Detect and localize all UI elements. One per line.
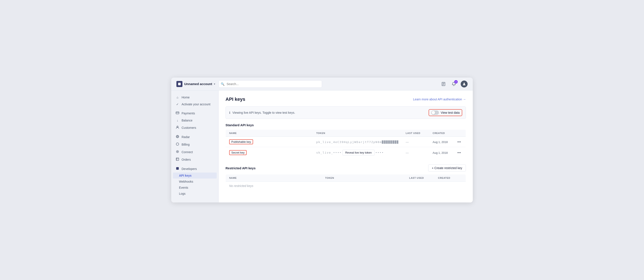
svg-rect-0: [178, 83, 181, 85]
sidebar-item-connect[interactable]: Connect: [171, 148, 218, 156]
search-bar: 🔍: [218, 80, 322, 88]
no-keys-row: No restricted keys: [226, 182, 466, 190]
check-icon: ✓: [176, 102, 180, 106]
sidebar-item-customers[interactable]: Customers: [171, 124, 218, 132]
col-header-actions: [458, 174, 466, 182]
nav-separator-3: [171, 163, 218, 165]
restricted-section-title: Restricted API keys: [226, 166, 256, 170]
info-banner: ℹ Viewing live API keys. Toggle to view …: [226, 106, 466, 119]
sidebar-item-balance[interactable]: ↓ Balance: [171, 117, 218, 124]
info-icon: ℹ: [229, 111, 230, 114]
col-header-token: TOKEN: [322, 174, 406, 182]
docs-button[interactable]: [440, 80, 447, 88]
col-header-name: NAME: [226, 130, 313, 137]
token-cell: pk_live_4eC39HqLyjWDarjtT7ZpN8m████████: [313, 137, 402, 147]
notification-badge: 4: [454, 80, 458, 84]
sidebar-item-orders[interactable]: Orders: [171, 156, 218, 163]
page-header: API keys Learn more about API authentica…: [226, 96, 466, 102]
restricted-section-header: Restricted API keys + Create restricted …: [226, 164, 466, 172]
sidebar-item-api-keys[interactable]: API keys: [173, 172, 217, 178]
sidebar-item-label: Connect: [182, 150, 193, 154]
info-banner-text-wrap: ℹ Viewing live API keys. Toggle to view …: [229, 111, 295, 114]
sidebar-developers[interactable]: Developers: [171, 165, 218, 172]
sidebar-item-activate[interactable]: ✓ Activate your account: [171, 101, 218, 108]
connect-icon: [176, 150, 180, 154]
developers-icon: [176, 167, 180, 171]
sidebar-item-label: Payments: [182, 112, 195, 115]
created-cell: Aug 1, 2018: [429, 137, 453, 147]
sidebar-sub-label: Webhooks: [179, 180, 193, 183]
reveal-key-button[interactable]: Reveal live key token: [342, 150, 374, 156]
sidebar-item-label: Radar: [182, 135, 190, 139]
billing-icon: [176, 142, 180, 146]
sidebar-developers-label: Developers: [182, 167, 197, 170]
sidebar-sub-label: API keys: [179, 174, 192, 177]
key-name-cell: Secret key: [226, 147, 313, 158]
sidebar-item-logs[interactable]: Logs: [171, 190, 218, 197]
notifications-button[interactable]: 4: [450, 80, 457, 88]
col-header-created: CREATED: [429, 130, 453, 137]
search-icon: 🔍: [221, 82, 224, 86]
token-blur-suffix: ••••: [376, 151, 384, 154]
svg-point-13: [177, 151, 178, 152]
avatar-button[interactable]: [461, 80, 468, 88]
svg-point-8: [177, 126, 178, 127]
sidebar-item-label: Billing: [182, 143, 190, 146]
key-name-cell: Publishable key: [226, 137, 313, 147]
customers-icon: [176, 126, 180, 130]
orders-icon: [176, 158, 180, 162]
payments-icon: [176, 111, 180, 115]
sidebar-item-radar[interactable]: Radar: [171, 133, 218, 141]
view-test-data-toggle-wrap[interactable]: View test data: [428, 109, 462, 116]
no-keys-text: No restricted keys: [226, 182, 466, 190]
token-cell: sk_live_•••• Reveal live key token ••••: [313, 147, 402, 158]
sidebar-item-billing[interactable]: Billing: [171, 141, 218, 148]
sidebar-item-webhooks[interactable]: Webhooks: [171, 178, 218, 184]
more-options-button[interactable]: •••: [456, 150, 462, 155]
sidebar-item-events[interactable]: Events: [171, 184, 218, 190]
sidebar-item-label: Orders: [182, 158, 191, 161]
sidebar-item-home[interactable]: ⌂ Home: [171, 94, 218, 101]
info-banner-text: Viewing live API keys. Toggle to view te…: [232, 111, 295, 114]
publishable-key-label: Publishable key: [229, 139, 253, 144]
search-input[interactable]: [218, 80, 322, 88]
create-restricted-key-button[interactable]: + Create restricted key: [428, 164, 466, 172]
col-header-actions: [452, 130, 466, 137]
col-header-last-used: LAST USED: [402, 130, 429, 137]
sidebar-sub-label: Logs: [179, 192, 186, 195]
balance-icon: ↓: [176, 119, 180, 122]
table-row: Publishable key pk_live_4eC39HqLyjWDarjt…: [226, 137, 466, 147]
token-blur: pk_live_4eC39HqLyjWDarjtT7ZpN8m████████: [316, 140, 399, 144]
secret-key-label: Secret key: [229, 150, 246, 155]
sidebar-item-payments[interactable]: Payments: [171, 110, 218, 117]
nav-separator-2: [171, 132, 218, 133]
svg-point-5: [464, 83, 465, 84]
nav-separator: [171, 108, 218, 110]
content-area: API keys Learn more about API authentica…: [218, 90, 473, 202]
sidebar-item-label: Customers: [182, 126, 196, 130]
col-header-last-used: LAST USED: [406, 174, 435, 182]
svg-rect-14: [176, 158, 179, 160]
main-layout: ⌂ Home ✓ Activate your account Payments …: [171, 90, 473, 202]
toggle-knob: [432, 111, 435, 114]
token-blur-prefix: sk_live_••••: [316, 151, 342, 154]
learn-more-link[interactable]: Learn more about API authentication →: [413, 98, 466, 101]
view-test-data-toggle[interactable]: [431, 110, 439, 115]
restricted-api-keys-table: NAME TOKEN LAST USED CREATED No restrict…: [226, 174, 466, 190]
svg-rect-6: [176, 112, 179, 114]
chevron-down-icon: ▾: [214, 82, 215, 86]
col-header-token: TOKEN: [313, 130, 402, 137]
svg-point-9: [176, 135, 179, 138]
table-row: Secret key sk_live_•••• Reveal live key …: [226, 147, 466, 158]
sidebar-sub-label: Events: [179, 186, 188, 189]
svg-rect-17: [176, 167, 179, 170]
col-header-created: CREATED: [435, 174, 459, 182]
account-selector[interactable]: Unnamed account ▾: [176, 81, 215, 87]
more-options-button[interactable]: •••: [456, 140, 462, 144]
actions-cell: •••: [452, 137, 466, 147]
page-title: API keys: [226, 96, 245, 102]
last-used-cell: —: [402, 147, 429, 158]
view-test-data-label: View test data: [441, 111, 460, 114]
sidebar-item-label: Balance: [182, 119, 192, 122]
svg-point-10: [177, 136, 178, 137]
